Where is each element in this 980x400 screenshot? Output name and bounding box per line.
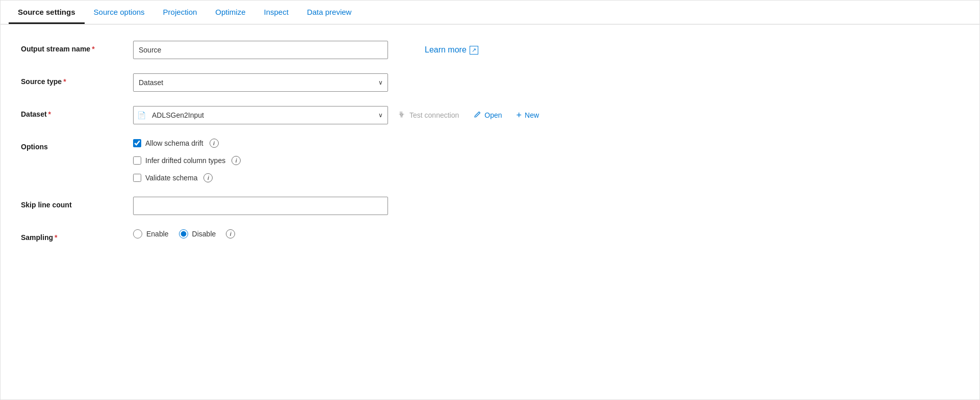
dataset-controls: 📄 ADLSGen2Input ∨ Test connection — [133, 106, 959, 124]
sampling-disable-radio[interactable] — [179, 229, 188, 238]
skip-line-count-input[interactable] — [133, 197, 388, 215]
sampling-radio-group: Enable Disable i — [133, 229, 235, 238]
validate-schema-checkbox[interactable] — [133, 174, 141, 182]
allow-schema-drift-row: Allow schema drift i — [133, 139, 241, 148]
options-row: Options Allow schema drift i — [21, 139, 959, 182]
source-type-select-wrapper: Dataset Inline ∨ — [133, 73, 388, 92]
new-button[interactable]: + New — [512, 107, 544, 124]
options-area: Allow schema drift i Infer drifted colum… — [133, 139, 241, 182]
dataset-row: Dataset* 📄 ADLSGen2Input ∨ — [21, 106, 959, 124]
dataset-label: Dataset* — [21, 106, 133, 118]
sampling-enable-label[interactable]: Enable — [133, 229, 169, 238]
infer-drifted-info-icon[interactable]: i — [231, 156, 241, 165]
options-label: Options — [21, 139, 133, 151]
external-link-icon: ↗ — [470, 46, 478, 55]
skip-line-count-label: Skip line count — [21, 197, 133, 209]
dataset-select[interactable]: ADLSGen2Input — [133, 106, 388, 124]
allow-schema-drift-checkbox[interactable] — [133, 139, 141, 147]
source-type-select[interactable]: Dataset Inline — [133, 73, 388, 92]
tab-inspect[interactable]: Inspect — [255, 1, 298, 24]
plus-icon: + — [517, 110, 522, 121]
main-container: Source settings Source options Projectio… — [0, 0, 980, 400]
infer-drifted-label[interactable]: Infer drifted column types — [133, 156, 225, 165]
pencil-icon — [473, 111, 481, 120]
sampling-row: Sampling* Enable Disable i — [21, 229, 959, 242]
test-connection-button[interactable]: Test connection — [394, 108, 463, 123]
source-type-row: Source type* Dataset Inline ∨ — [21, 73, 959, 92]
open-button[interactable]: Open — [469, 108, 506, 123]
skip-line-count-row: Skip line count — [21, 197, 959, 215]
sampling-label: Sampling* — [21, 229, 133, 242]
tab-source-settings[interactable]: Source settings — [9, 1, 85, 24]
infer-drifted-checkbox[interactable] — [133, 156, 141, 165]
tab-bar: Source settings Source options Projectio… — [1, 1, 979, 24]
validate-schema-row: Validate schema i — [133, 173, 241, 182]
options-controls: Allow schema drift i Infer drifted colum… — [133, 139, 959, 182]
learn-more-link[interactable]: Learn more ↗ — [425, 45, 478, 55]
sampling-disable-label[interactable]: Disable — [179, 229, 216, 238]
sampling-info-icon[interactable]: i — [226, 229, 235, 238]
skip-line-count-controls — [133, 197, 959, 215]
tab-source-options[interactable]: Source options — [85, 1, 154, 24]
allow-schema-drift-label[interactable]: Allow schema drift — [133, 139, 203, 147]
tab-projection[interactable]: Projection — [154, 1, 207, 24]
validate-schema-info-icon[interactable]: i — [203, 173, 213, 182]
output-stream-name-controls: Learn more ↗ — [133, 41, 959, 59]
output-stream-name-label: Output stream name* — [21, 41, 133, 53]
tab-data-preview[interactable]: Data preview — [298, 1, 361, 24]
output-stream-name-row: Output stream name* Learn more ↗ — [21, 41, 959, 59]
source-type-controls: Dataset Inline ∨ — [133, 73, 959, 92]
sampling-enable-radio[interactable] — [133, 229, 142, 238]
validate-schema-label[interactable]: Validate schema — [133, 174, 197, 182]
sampling-controls: Enable Disable i — [133, 229, 959, 238]
output-stream-name-input[interactable] — [133, 41, 388, 59]
source-type-label: Source type* — [21, 73, 133, 86]
allow-schema-drift-info-icon[interactable]: i — [210, 139, 219, 148]
plug-icon — [398, 111, 406, 120]
dataset-select-wrapper: 📄 ADLSGen2Input ∨ — [133, 106, 388, 124]
form-area: Output stream name* Learn more ↗ Source … — [1, 24, 979, 272]
tab-optimize[interactable]: Optimize — [206, 1, 254, 24]
infer-drifted-row: Infer drifted column types i — [133, 156, 241, 165]
